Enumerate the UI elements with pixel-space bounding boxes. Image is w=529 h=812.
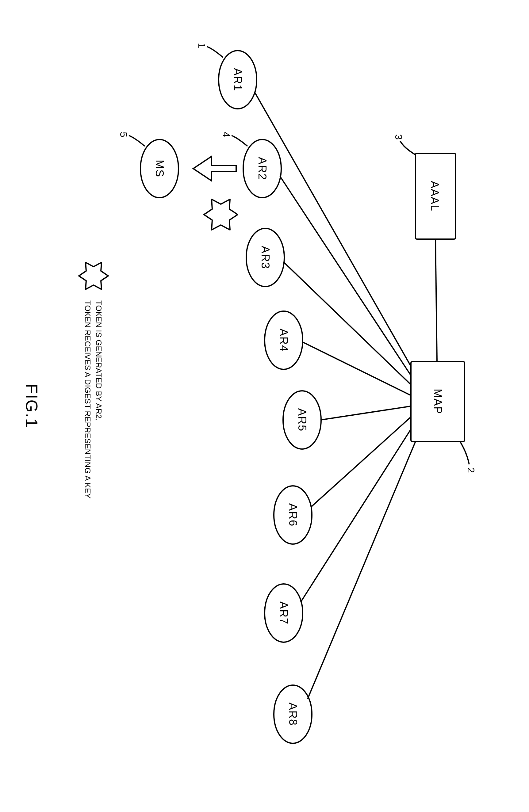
leader-line-4: [231, 135, 247, 146]
ar1-label: AR1: [231, 68, 244, 91]
node-ar5: AR5: [283, 391, 321, 449]
legend-line-1: TOKEN IS GENERATED BY AR2,: [94, 300, 103, 421]
ar7-label: AR7: [277, 601, 290, 625]
node-ar4: AR4: [264, 311, 303, 369]
node-map: MAP: [411, 362, 464, 441]
leader-line-1: [207, 47, 223, 57]
edge-map-ar6: [311, 417, 411, 507]
leader-5: 5: [118, 132, 129, 137]
node-ar2: AR2: [243, 140, 281, 198]
node-ar3: AR3: [246, 228, 284, 287]
edge-map-ar7: [301, 429, 411, 602]
edge-aaal-map: [435, 239, 437, 362]
ar5-label: AR5: [296, 408, 309, 432]
diagram-root: MAP 2 AAAL 3 AR1 1 AR2 4: [0, 0, 529, 812]
leader-line-2: [460, 441, 469, 464]
ar2-label: AR2: [256, 157, 269, 180]
node-ar6: AR6: [274, 486, 312, 544]
node-ar8: AR8: [274, 685, 312, 743]
leader-line-3: [400, 141, 416, 155]
edge-map-ar8: [308, 441, 416, 699]
legend-line-2: TOKEN RECEIVES A DIGEST REPRESENTING A K…: [83, 300, 92, 498]
ar4-label: AR4: [277, 329, 290, 352]
map-label: MAP: [431, 389, 444, 415]
legend-burst-icon: [79, 262, 108, 289]
ar6-label: AR6: [287, 503, 299, 527]
edge-map-ar5: [320, 406, 411, 420]
leader-2: 2: [466, 467, 476, 473]
node-aaal: AAAL: [416, 153, 455, 239]
node-ar1: AR1: [219, 50, 257, 109]
ar3-label: AR3: [259, 246, 272, 269]
aaal-label: AAAL: [428, 181, 441, 212]
node-ar7: AR7: [264, 584, 303, 642]
leader-1: 1: [196, 43, 207, 48]
arrow-ar2-to-ms: [193, 156, 236, 181]
ar8-label: AR8: [287, 702, 299, 726]
figure-label: FIG.1: [23, 383, 41, 428]
leader-3: 3: [393, 134, 404, 140]
node-ms: MS: [141, 140, 178, 198]
edge-map-ar3: [284, 262, 411, 385]
ms-label: MS: [153, 160, 166, 177]
leader-4: 4: [221, 132, 232, 137]
leader-line-5: [129, 135, 145, 146]
token-burst-icon: [204, 199, 238, 230]
